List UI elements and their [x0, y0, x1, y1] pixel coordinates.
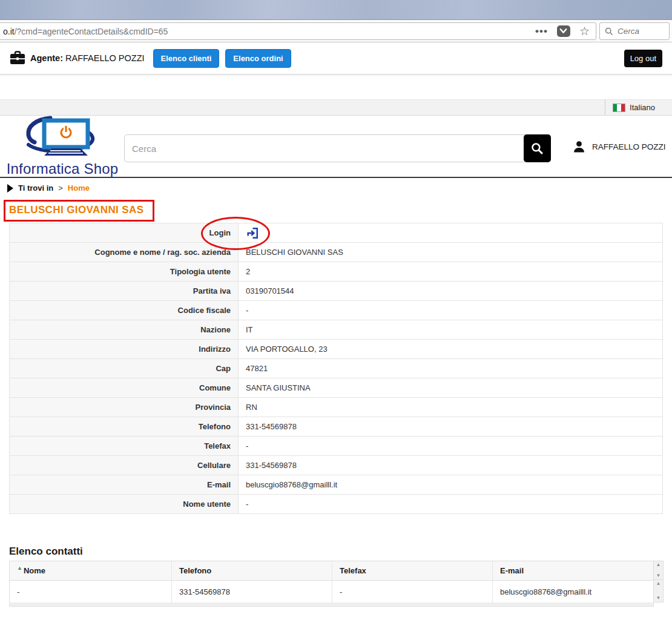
contact-row: -331-54569878-beluscgio88768@gmailll.it: [10, 581, 653, 602]
language-bar: Italiano: [0, 99, 672, 116]
detail-label: Codice fiscale: [10, 301, 239, 320]
login-row: Login: [10, 223, 662, 243]
detail-value: 2: [239, 262, 662, 281]
agent-nav-buttons: Elenco clienti Elenco ordini: [153, 49, 291, 68]
detail-row: Codice fiscale -: [10, 301, 662, 320]
site-search-input[interactable]: [124, 134, 525, 162]
detail-value: beluscgio88768@gmailll.it: [239, 475, 662, 494]
detail-value: BELUSCHI GIOVANNI SAS: [239, 243, 662, 262]
breadcrumb-home-link[interactable]: Home: [68, 183, 90, 193]
detail-label: Cognome e nome / rag. soc. azienda: [10, 243, 239, 262]
detail-label: Comune: [10, 378, 239, 397]
detail-label: Tipologia utente: [10, 262, 239, 281]
contacts-column-header[interactable]: ▲Nome: [10, 561, 172, 580]
browser-toolbar: o.it/?cmd=agenteContactDetails&cmdID=65 …: [0, 20, 672, 42]
informatica-shop-logo[interactable]: Informatica Shop: [5, 116, 120, 176]
detail-label: Telefono: [10, 417, 239, 436]
detail-value: SANTA GIUSTINA: [239, 378, 662, 397]
login-icon[interactable]: [246, 226, 259, 240]
customer-details-table: Login Cognome e nome / rag. soc. azienda…: [9, 223, 663, 514]
page: o.it/?cmd=agenteContactDetails&cmdID=65 …: [0, 0, 672, 620]
agent-nav-button[interactable]: Elenco clienti: [153, 49, 220, 68]
contacts-table: ▲Nome Telefono Telefax E-mail -331-54569…: [9, 561, 654, 603]
language-selector[interactable]: Italiano: [605, 100, 657, 115]
detail-label: Provincia: [10, 398, 239, 417]
login-label: Login: [10, 223, 239, 242]
contacts-column-header[interactable]: Telefono: [172, 561, 332, 580]
logged-user-name: RAFFAELLO POZZI: [592, 142, 666, 151]
breadcrumb-separator: >: [58, 183, 63, 193]
page-url: o.it/?cmd=agenteContactDetails&cmdID=65: [3, 27, 168, 36]
contacts-body: -331-54569878-beluscgio88768@gmailll.it: [10, 581, 653, 602]
agent-nav-button[interactable]: Elenco ordini: [225, 49, 291, 68]
detail-row: Telefax -: [10, 437, 662, 456]
detail-row: Nome utente -: [10, 495, 662, 514]
detail-row: Cognome e nome / rag. soc. azienda BELUS…: [10, 243, 662, 262]
sort-asc-icon: ▲: [17, 565, 22, 571]
detail-row: Cellulare 331-54569878: [10, 456, 662, 475]
detail-row: Tipologia utente 2: [10, 262, 662, 282]
contacts-heading: Elenco contatti: [9, 546, 83, 558]
logo-text: Informatica Shop: [5, 160, 120, 177]
breadcrumb-arrow-icon: [7, 184, 13, 193]
details-rows: Cognome e nome / rag. soc. azienda BELUS…: [10, 243, 662, 514]
logout-button[interactable]: Log out: [624, 50, 662, 67]
detail-row: Nazione IT: [10, 320, 662, 340]
scroll-up-icon[interactable]: ▲: [656, 562, 661, 567]
pocket-icon[interactable]: [557, 25, 570, 37]
detail-value: 331-54569878: [239, 456, 662, 475]
scroll-down-icon[interactable]: ▼: [656, 573, 661, 578]
page-actions-icon[interactable]: •••: [535, 26, 548, 36]
contacts-header: ▲Nome Telefono Telefax E-mail: [10, 561, 653, 581]
detail-value: 47821: [239, 359, 662, 378]
agent-label: Agente: RAFFAELLO POZZI: [30, 53, 145, 63]
contacts-column-header[interactable]: Telefax: [332, 561, 493, 580]
detail-value: 03190701544: [239, 282, 662, 300]
contact-cell: 331-54569878: [172, 581, 332, 602]
detail-row: Comune SANTA GIUSTINA: [10, 378, 662, 398]
detail-label: Cap: [10, 359, 239, 378]
detail-value: 331-54569878: [239, 417, 662, 436]
briefcase-icon: [10, 51, 25, 65]
detail-label: E-mail: [10, 475, 239, 494]
bookmark-star-icon[interactable]: ☆: [579, 25, 590, 37]
address-bar[interactable]: o.it/?cmd=agenteContactDetails&cmdID=65 …: [0, 22, 596, 40]
detail-label: Nazione: [10, 320, 239, 339]
browser-search-box[interactable]: Cerca: [599, 22, 670, 40]
search-icon: [605, 27, 613, 36]
contacts-hscroll-track[interactable]: [9, 602, 654, 607]
detail-value: -: [239, 437, 662, 455]
detail-value: -: [239, 495, 662, 513]
contact-cell: -: [10, 581, 172, 602]
detail-row: Indirizzo VIA PORTOGALLO, 23: [10, 340, 662, 359]
browser-search-placeholder: Cerca: [618, 27, 639, 36]
site-search-button[interactable]: [524, 134, 551, 162]
contacts-column-header[interactable]: E-mail: [493, 561, 653, 580]
logged-user[interactable]: RAFFAELLO POZZI: [572, 140, 666, 154]
detail-label: Nome utente: [10, 495, 239, 513]
detail-value: RN: [239, 398, 662, 417]
contact-cell: beluscgio88768@gmailll.it: [493, 581, 653, 602]
detail-row: E-mail beluscgio88768@gmailll.it: [10, 475, 662, 495]
scroll-up-icon[interactable]: ▲: [656, 581, 661, 586]
italy-flag-icon: [613, 104, 625, 112]
detail-row: Provincia RN: [10, 398, 662, 417]
page-title: BELUSCHI GIOVANNI SAS: [9, 204, 144, 216]
detail-value: IT: [239, 320, 662, 339]
scroll-down-icon[interactable]: ▼: [656, 596, 661, 601]
detail-label: Indirizzo: [10, 340, 239, 358]
window-titlebar: [0, 0, 672, 20]
detail-row: Telefono 331-54569878: [10, 417, 662, 437]
breadcrumb: Ti trovi in > Home: [7, 183, 90, 193]
detail-row: Cap 47821: [10, 359, 662, 378]
language-label: Italiano: [630, 103, 655, 112]
contacts-scrollbar[interactable]: ▲▼ ▲▼: [654, 561, 664, 602]
header-divider: [0, 177, 672, 178]
detail-value: VIA PORTOGALLO, 23: [239, 340, 662, 358]
detail-label: Partita iva: [10, 282, 239, 300]
logo-graphic: [14, 116, 111, 159]
detail-value: -: [239, 301, 662, 320]
search-icon: [531, 142, 544, 155]
detail-label: Telefax: [10, 437, 239, 455]
agent-bar: Agente: RAFFAELLO POZZI Elenco clienti E…: [0, 42, 672, 74]
